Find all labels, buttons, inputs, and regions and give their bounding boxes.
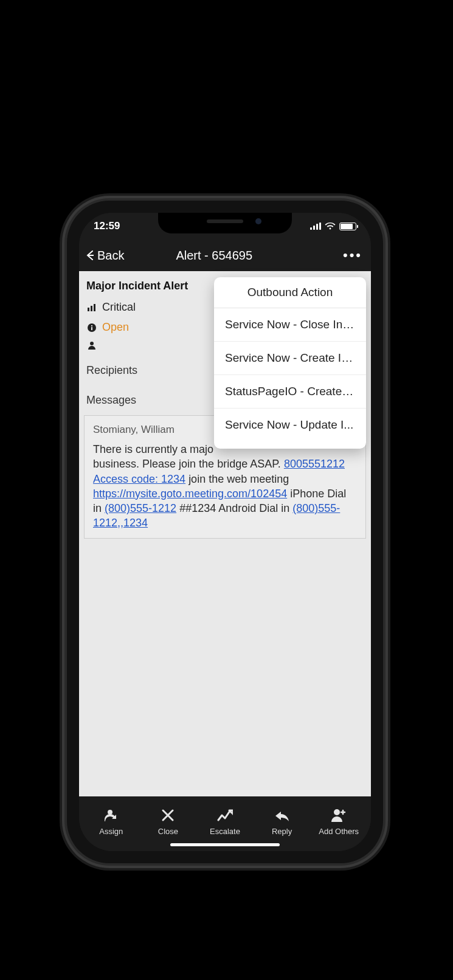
bars-icon [86,304,97,311]
svg-point-7 [108,810,112,815]
dropdown-title: Outbound Action [214,277,366,308]
svg-point-8 [334,809,340,815]
menu-item[interactable]: StatusPageIO - Create I... [214,375,366,409]
message-body: There is currently a majo business. Plea… [93,442,357,531]
assign-button[interactable]: Assign [83,802,140,840]
message-text: business. Please join the bridge ASAP. [93,458,284,470]
outbound-action-menu: Outbound Action Service Now - Close Inc.… [214,277,366,449]
action-label: Reply [272,827,292,836]
person-icon [86,341,97,350]
close-icon [160,807,176,823]
more-button[interactable]: ••• [341,247,365,263]
menu-item[interactable]: Service Now - Close Inc... [214,308,366,342]
svg-rect-4 [91,327,92,330]
add-others-button[interactable]: Add Others [310,802,367,840]
escalate-icon [217,807,233,823]
message-text: ##1234 Android Dial in [179,502,292,514]
severity-label: Critical [102,301,136,314]
assign-icon [103,807,119,823]
svg-rect-0 [88,308,89,311]
info-icon [86,323,97,332]
page-title: Alert - 654695 [88,249,341,263]
message-text: join the web meeting [188,473,289,485]
escalate-button[interactable]: Escalate [196,802,254,840]
message-text: There is currently a majo [93,443,213,455]
menu-item[interactable]: Service Now - Create In... [214,342,366,375]
battery-icon [339,223,356,230]
svg-point-6 [90,342,94,345]
phone-link[interactable]: (800)555-1212 [105,502,176,514]
nav-bar: Back Alert - 654695 ••• [79,240,371,271]
wifi-icon [325,222,336,230]
status-right [310,222,356,230]
notch [158,213,292,233]
action-label: Close [158,827,178,836]
action-label: Assign [99,827,123,836]
status-time: 12:59 [94,220,120,232]
add-person-icon [331,807,347,823]
svg-rect-2 [94,304,95,311]
svg-rect-5 [91,325,92,326]
cellular-icon [310,223,321,230]
meeting-link[interactable]: https://mysite.goto.meeting.com/102454 [93,488,287,500]
state-label: Open [102,321,129,334]
phone-frame: 12:59 Back Alert - 654 [67,201,383,863]
close-button[interactable]: Close [140,802,197,840]
reply-icon [274,807,290,823]
menu-item[interactable]: Service Now - Update I... [214,409,366,449]
home-indicator[interactable] [170,843,280,846]
reply-button[interactable]: Reply [254,802,311,840]
screen: 12:59 Back Alert - 654 [79,213,371,851]
action-label: Escalate [210,827,240,836]
action-label: Add Others [319,827,359,836]
svg-rect-1 [91,306,92,311]
